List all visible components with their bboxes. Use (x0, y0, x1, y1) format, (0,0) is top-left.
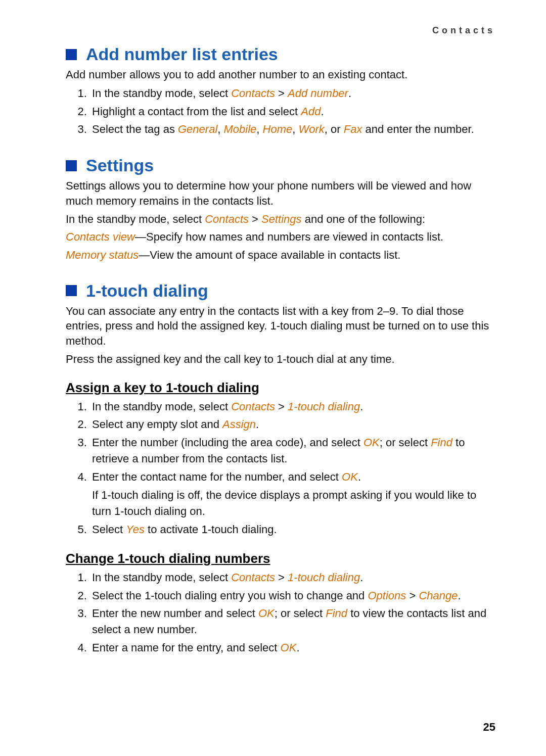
step-item: In the standby mode, select Contacts > 1… (90, 399, 495, 415)
step-text: . (360, 400, 363, 413)
menu-path: OK (258, 607, 275, 620)
step-item: Enter a name for the entry, and select O… (90, 640, 495, 656)
step-text: Select the tag as (92, 123, 178, 135)
page-number: 25 (483, 721, 495, 734)
intro-text: Add number allows you to add another num… (66, 67, 495, 82)
step-text: > (275, 571, 288, 584)
step-text: Enter a name for the entry, and select (92, 641, 281, 654)
step-text: , or (325, 123, 344, 135)
menu-path: Options (368, 589, 406, 602)
menu-path: 1-touch dialing (288, 571, 360, 584)
step-item: Select the tag as General, Mobile, Home,… (90, 121, 495, 137)
menu-path: OK (363, 436, 380, 449)
square-bullet-icon (66, 49, 77, 60)
step-text: . (458, 589, 461, 602)
step-text: and one of the following: (302, 213, 426, 225)
step-text: Enter the contact name for the number, a… (92, 470, 342, 483)
step-text: and enter the number. (362, 123, 474, 135)
step-text: ; or select (275, 607, 326, 620)
menu-path: Work (298, 123, 324, 135)
step-text: , (292, 123, 298, 135)
menu-path: Memory status (66, 249, 139, 261)
intro-text: You can associate any entry in the conta… (66, 304, 495, 349)
step-text: Enter the number (including the area cod… (92, 436, 363, 449)
square-bullet-icon (66, 285, 77, 296)
step-item: In the standby mode, select Contacts > 1… (90, 570, 495, 586)
manual-page: Contacts Add number list entries Add num… (0, 0, 546, 756)
step-item: In the standby mode, select Contacts > A… (90, 85, 495, 102)
step-text: . (358, 470, 361, 483)
step-text: In the standby mode, select (92, 571, 231, 584)
menu-path: Contacts (231, 571, 275, 584)
step-item: Select Yes to activate 1-touch dialing. (90, 522, 495, 538)
menu-path: Assign (222, 418, 256, 431)
step-item: Enter the number (including the area cod… (90, 435, 495, 467)
body-text: Contacts view—Specify how names and numb… (66, 229, 495, 245)
subheading-assign: Assign a key to 1-touch dialing (66, 380, 495, 396)
step-text: > (406, 589, 419, 602)
running-header: Contacts (432, 25, 495, 36)
intro-text: Settings allows you to determine how you… (66, 178, 495, 208)
step-text: , (217, 123, 223, 135)
step-text: —Specify how names and numbers are viewe… (135, 230, 443, 243)
step-item: Enter the new number and select OK; or s… (90, 605, 495, 638)
step-text: > (249, 213, 261, 225)
step-text: ; or select (380, 436, 431, 449)
step-text: > (275, 87, 288, 100)
square-bullet-icon (66, 160, 77, 171)
step-note: If 1-touch dialing is off, the device di… (92, 487, 495, 519)
step-text: Enter the new number and select (92, 607, 258, 620)
step-text: —View the amount of space available in c… (139, 249, 400, 261)
step-text: Select any empty slot and (92, 418, 222, 431)
subheading-change: Change 1-touch dialing numbers (66, 551, 495, 566)
step-item: Select any empty slot and Assign. (90, 416, 495, 433)
step-text: . (348, 87, 351, 100)
step-text: Select (92, 523, 126, 536)
steps-list-add-number: In the standby mode, select Contacts > A… (66, 85, 495, 138)
menu-path: Contacts (231, 87, 275, 100)
menu-path: Yes (126, 523, 145, 536)
step-item: Select the 1-touch dialing entry you wis… (90, 588, 495, 604)
step-item: Enter the contact name for the number, a… (90, 469, 495, 519)
menu-path: Find (326, 607, 347, 620)
menu-path: Contacts (231, 400, 275, 413)
section-title: Settings (86, 156, 154, 175)
step-text: In the standby mode, select (92, 400, 231, 413)
menu-path: Find (431, 436, 452, 449)
step-text: , (256, 123, 262, 135)
body-text: Memory status—View the amount of space a… (66, 248, 495, 263)
menu-path: 1-touch dialing (288, 400, 360, 413)
section-heading-add-number: Add number list entries (66, 44, 495, 64)
step-text: . (360, 571, 363, 584)
section-heading-one-touch: 1-touch dialing (66, 281, 495, 301)
section-heading-settings: Settings (66, 156, 495, 175)
step-text: . (321, 105, 324, 118)
body-text: In the standby mode, select Contacts > S… (66, 212, 495, 227)
menu-path: Change (419, 589, 458, 602)
menu-path: General (178, 123, 217, 135)
menu-path: OK (281, 641, 297, 654)
step-text: > (275, 400, 288, 413)
menu-path: Contacts view (66, 230, 135, 243)
step-text: . (296, 641, 299, 654)
menu-path: Contacts (205, 213, 249, 225)
step-text: In the standby mode, select (92, 87, 231, 100)
menu-path: Home (263, 123, 293, 135)
step-item: Highlight a contact from the list and se… (90, 104, 495, 120)
menu-path: Add number (288, 87, 348, 100)
step-text: to activate 1-touch dialing. (145, 523, 277, 536)
section-title: Add number list entries (86, 44, 278, 64)
menu-path: Add (301, 105, 321, 118)
menu-path: OK (342, 470, 358, 483)
step-text: Select the 1-touch dialing entry you wis… (92, 589, 368, 602)
menu-path: Mobile (224, 123, 257, 135)
step-text: Highlight a contact from the list and se… (92, 105, 301, 118)
menu-path: Fax (344, 123, 362, 135)
steps-list-change: In the standby mode, select Contacts > 1… (66, 570, 495, 656)
menu-path: Settings (261, 213, 302, 225)
steps-list-assign: In the standby mode, select Contacts > 1… (66, 399, 495, 538)
step-text: . (256, 418, 259, 431)
section-title: 1-touch dialing (86, 281, 208, 301)
step-text: In the standby mode, select (66, 213, 205, 225)
body-text: Press the assigned key and the call key … (66, 352, 495, 367)
